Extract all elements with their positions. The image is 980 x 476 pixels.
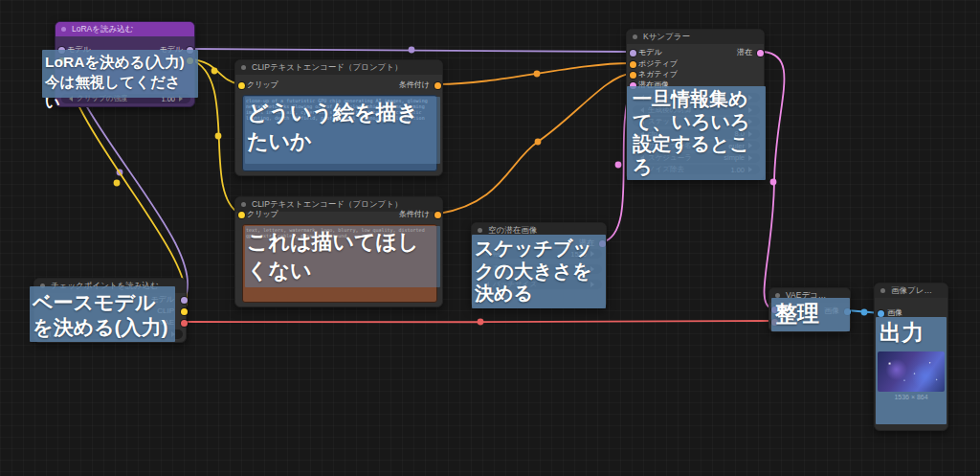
input-label: ネガティブ <box>638 70 678 79</box>
comfyui-canvas[interactable]: LoRAを読み込む モデル クリップ モデル CLIP クリップの強度 1.00… <box>0 0 980 476</box>
wire-cond-positive-to-ksampler-midpoint-dot <box>534 71 541 78</box>
image-dimensions-label: 1536 × 864 <box>874 394 948 400</box>
wire-cond-negative-to-ksampler-midpoint-dot <box>535 139 542 146</box>
wire-vae-checkpoint-to-decode-midpoint-dot <box>478 319 484 326</box>
input-label: ポジティブ <box>638 59 678 69</box>
note-ksampler: 一旦情報集めて、いろいろ設定するところ <box>627 86 766 180</box>
wire-model-lora-to-ksampler-midpoint-dot <box>409 47 415 54</box>
collapse-dot-icon[interactable] <box>241 202 246 207</box>
node-title[interactable]: CLIPテキストエンコード（プロンプト） <box>235 60 442 75</box>
note-lora: LoRAを決める(入力) 今は無視してください <box>42 50 198 98</box>
collapse-dot-icon[interactable] <box>241 65 246 70</box>
note-checkpoint: ベースモデルを決める(入力) <box>30 286 175 342</box>
note-negative-prompt: これは描いてほしくない <box>245 226 440 287</box>
wire-latent-ksampler-to-vae-midpoint-dot <box>770 179 777 186</box>
collapse-dot-icon[interactable] <box>880 288 885 293</box>
node-title[interactable]: Kサンプラー <box>627 30 764 44</box>
wire-image-decode-to-preview-midpoint-dot <box>861 309 868 316</box>
note-vae: 整理 <box>771 298 850 331</box>
input-pin-clip[interactable] <box>238 212 245 218</box>
node-title[interactable]: LoRAを読み込む <box>56 22 194 36</box>
output-pin-model[interactable] <box>181 297 188 304</box>
input-pin-positive[interactable] <box>630 61 636 68</box>
generated-image-preview <box>878 351 945 392</box>
note-positive-prompt: どういう絵を描きたいか <box>245 97 440 164</box>
wire-clip-lora-to-negative-midpoint-dot <box>215 133 222 140</box>
output-label: 条件付け <box>399 80 430 90</box>
output-pin-vae[interactable] <box>181 320 188 327</box>
input-label: クリップ <box>247 80 278 90</box>
wire-cond-negative-to-ksampler <box>439 74 631 214</box>
input-pin-clip[interactable] <box>238 82 245 89</box>
output-label: 潜在 <box>737 48 752 57</box>
collapse-dot-icon[interactable] <box>61 27 66 32</box>
collapse-dot-icon[interactable] <box>633 34 637 39</box>
node-title[interactable]: 画像プレ… <box>875 283 947 298</box>
collapse-dot-icon[interactable] <box>478 228 482 233</box>
input-label: クリップ <box>247 210 278 219</box>
input-label: モデル <box>638 48 662 57</box>
output-label: 条件付け <box>399 210 430 219</box>
wire-clip-checkpoint-to-lora-midpoint-dot <box>114 180 121 187</box>
output-pin-latent[interactable] <box>757 50 764 57</box>
output-pin-conditioning[interactable] <box>434 212 441 218</box>
output-pin-conditioning[interactable] <box>434 82 441 89</box>
wire-latent-to-ksampler-midpoint-dot <box>615 162 622 169</box>
output-pin-clip[interactable] <box>181 308 188 315</box>
note-latent: スケッチブックの大きさを決める <box>472 235 606 308</box>
input-pin-model[interactable] <box>630 50 636 57</box>
input-pin-image[interactable] <box>878 310 884 317</box>
input-pin-negative[interactable] <box>630 72 636 79</box>
wire-clip-lora-to-positive-midpoint-dot <box>212 68 218 75</box>
